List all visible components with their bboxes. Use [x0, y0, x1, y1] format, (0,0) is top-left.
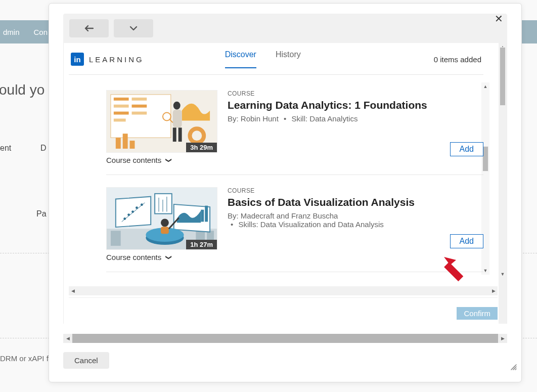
bg-fragment-pa: Pa [36, 209, 47, 219]
svg-rect-3 [114, 105, 129, 108]
svg-rect-15 [173, 127, 176, 142]
byline-author: By: Robin Hunt [228, 114, 279, 123]
svg-rect-0 [111, 95, 171, 138]
svg-rect-5 [114, 112, 129, 115]
svg-rect-8 [116, 138, 121, 149]
nav-admin: dmin [3, 28, 20, 36]
cancel-button[interactable]: Cancel [63, 352, 109, 369]
scroll-left-icon[interactable]: ◀ [63, 334, 72, 343]
toolbar-dropdown-button[interactable] [114, 19, 153, 37]
scroll-track[interactable] [72, 334, 498, 343]
byline-author: By: Madecraft and Franz Buscha [228, 211, 338, 220]
byline-skill: Skill: Data Analytics [292, 114, 358, 123]
course-byline: By: Madecraft and Franz Buscha • Skills:… [228, 211, 483, 229]
confirm-area: Confirm [69, 297, 498, 324]
linkedin-badge-icon: in [71, 53, 84, 66]
svg-rect-10 [130, 141, 135, 149]
svg-point-13 [173, 102, 181, 110]
resize-handle-icon[interactable] [509, 363, 517, 373]
course-item: 3h 29m Course contents ❯ COURSE Learning… [106, 90, 483, 175]
add-button[interactable]: Add [450, 142, 483, 156]
chevron-down-icon: ❯ [165, 158, 172, 163]
modal-toolbar: ✕ [63, 14, 507, 43]
outer-horizontal-scrollbar[interactable]: ◀ ▶ [63, 334, 507, 343]
course-contents-toggle[interactable]: Course contents ❯ [106, 156, 217, 164]
svg-rect-14 [173, 110, 182, 128]
course-contents-toggle[interactable]: Course contents ❯ [106, 253, 217, 262]
inner-frame: ▲ ▼ in LEARNING Discover History 0 items… [63, 43, 507, 324]
modal-footer: Cancel [49, 343, 521, 375]
bg-fragment-d: D [40, 144, 47, 153]
tab-history[interactable]: History [276, 50, 301, 68]
course-thumbnail[interactable]: 1h 27m [106, 187, 217, 250]
brand-text: LEARNING [89, 55, 144, 64]
scroll-thumb[interactable] [500, 47, 506, 106]
nav-content: Con [34, 28, 48, 36]
items-added-count: 0 items added [434, 55, 481, 64]
content-area: in LEARNING Discover History 0 items add… [69, 43, 494, 276]
course-thumbnail[interactable]: 3h 29m [106, 90, 217, 153]
svg-rect-20 [111, 231, 121, 246]
scroll-left-icon[interactable]: ◀ [69, 286, 77, 295]
svg-rect-36 [205, 206, 208, 222]
scroll-down-icon[interactable]: ▼ [499, 270, 507, 278]
duration-badge: 1h 27m [186, 240, 217, 249]
svg-rect-40 [161, 227, 169, 234]
byline-skill: Skills: Data Visualization and Data Anal… [238, 220, 383, 229]
course-contents-label: Course contents [106, 156, 161, 164]
outer-vertical-scrollbar[interactable]: ▲ ▼ [499, 43, 507, 324]
modal-dialog: ✕ ▲ ▼ in LEARNING Discover History 0 ite… [49, 3, 522, 382]
scroll-right-icon[interactable]: ▶ [489, 286, 498, 295]
tab-discover[interactable]: Discover [225, 50, 256, 68]
bg-fragment-ent: ent [0, 144, 11, 153]
course-kicker: COURSE [228, 187, 483, 194]
brand-row: in LEARNING Discover History 0 items add… [69, 43, 483, 75]
inner-horizontal-scrollbar[interactable]: ◀ ▶ [69, 286, 498, 295]
duration-badge: 3h 29m [186, 143, 217, 152]
svg-rect-16 [178, 127, 182, 142]
svg-rect-1 [114, 98, 129, 101]
course-item: 1h 27m Course contents ❯ COURSE Basics o… [106, 187, 483, 272]
svg-rect-35 [201, 210, 204, 222]
svg-rect-7 [114, 118, 126, 121]
course-kicker: COURSE [228, 90, 483, 97]
toolbar-back-button[interactable] [69, 19, 109, 37]
course-byline: By: Robin Hunt • Skill: Data Analytics [228, 114, 483, 123]
svg-rect-2 [132, 98, 147, 101]
svg-rect-6 [132, 112, 147, 115]
bg-heading-fragment: ould yo [0, 82, 44, 98]
svg-rect-4 [132, 105, 147, 108]
course-title[interactable]: Basics of Data Visualization Analysis [228, 196, 483, 208]
scroll-right-icon[interactable]: ▶ [498, 334, 507, 343]
course-contents-label: Course contents [106, 253, 161, 262]
modal-close-button[interactable]: ✕ [490, 11, 507, 27]
svg-rect-9 [123, 134, 128, 149]
course-title[interactable]: Learning Data Analytics: 1 Foundations [228, 99, 483, 111]
svg-rect-30 [155, 194, 172, 214]
inner-scroll-up-icon[interactable]: ▲ [481, 82, 489, 91]
bg-bottom-fragment: DRM or xAPI fi [0, 354, 50, 363]
svg-point-39 [161, 219, 169, 227]
chevron-down-icon: ❯ [165, 255, 172, 260]
course-list: 3h 29m Course contents ❯ COURSE Learning… [69, 75, 494, 272]
svg-point-11 [190, 128, 204, 143]
add-button[interactable]: Add [450, 234, 483, 248]
confirm-button[interactable]: Confirm [457, 307, 498, 320]
